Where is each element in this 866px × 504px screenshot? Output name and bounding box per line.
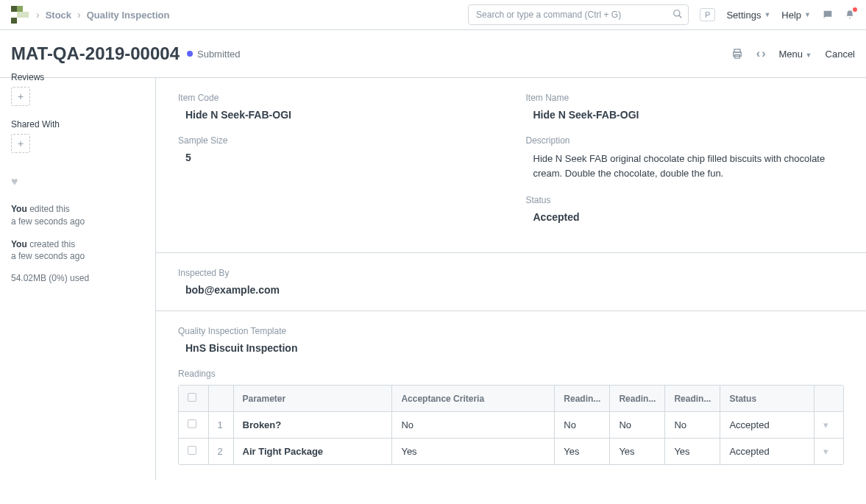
item-name-label: Item Name <box>526 93 845 103</box>
prev-doc-icon[interactable]: ‹ <box>756 47 760 60</box>
col-reading-1: Readin... <box>564 394 600 404</box>
item-code-value: Hide N Seek-FAB-OGI <box>178 109 497 121</box>
search-input[interactable] <box>468 4 689 25</box>
menu-button[interactable]: Menu ▼ <box>778 49 812 60</box>
print-icon[interactable] <box>731 48 743 60</box>
shared-with-label: Shared With <box>11 119 144 129</box>
storage-usage: 54.02MB (0%) used <box>11 273 144 283</box>
cell-status: Accepted <box>720 412 814 439</box>
status-indicator-dot <box>187 51 193 57</box>
activity-entry: You created this a few seconds ago <box>11 238 144 263</box>
breadcrumb: › Stock › Quality Inspection <box>36 9 169 21</box>
template-value: HnS Biscuit Inspection <box>178 342 844 354</box>
col-reading-3: Readin... <box>674 394 711 404</box>
sample-size-label: Sample Size <box>178 135 497 146</box>
readings-label: Readings <box>178 369 844 379</box>
table-row[interactable]: 1Broken?NoNoNoNoAccepted▾ <box>179 412 843 439</box>
chat-icon[interactable] <box>822 9 834 21</box>
row-index: 1 <box>208 412 233 439</box>
readings-table: Parameter Acceptance Criteria Readin... … <box>179 386 843 464</box>
inspected-by-value: bob@example.com <box>178 284 844 296</box>
cell-reading: No <box>665 412 720 439</box>
page-title: MAT-QA-2019-00004 <box>11 43 180 64</box>
cell-reading: No <box>555 412 610 439</box>
row-index: 2 <box>208 439 233 465</box>
select-all-checkbox[interactable] <box>188 393 196 402</box>
caret-down-icon: ▼ <box>764 11 770 18</box>
activity-entry: You edited this a few seconds ago <box>11 203 144 228</box>
notifications-icon[interactable] <box>845 9 855 21</box>
cell-reading: Yes <box>665 439 720 465</box>
cancel-button[interactable]: Cancel <box>826 49 855 60</box>
doc-nav: ‹ › <box>756 47 766 60</box>
row-menu-icon[interactable]: ▾ <box>814 412 843 439</box>
reviews-label: Reviews <box>11 72 144 82</box>
status-field-label: Status <box>526 195 845 205</box>
col-criteria: Acceptance Criteria <box>392 386 555 412</box>
chevron-right-icon: › <box>77 9 81 21</box>
cell-parameter: Air Tight Package <box>233 439 392 465</box>
cell-parameter: Broken? <box>233 412 392 439</box>
breadcrumb-module[interactable]: Stock <box>46 10 71 21</box>
svg-point-0 <box>674 10 680 16</box>
svg-line-1 <box>679 15 682 18</box>
app-logo[interactable] <box>11 6 29 24</box>
col-status: Status <box>720 386 814 412</box>
col-reading-2: Readin... <box>619 394 656 404</box>
template-label: Quality Inspection Template <box>178 326 844 336</box>
table-row[interactable]: 2Air Tight PackageYesYesYesYesAccepted▾ <box>179 439 843 465</box>
description-value: Hide N Seek FAB original chocolate chip … <box>526 152 845 180</box>
notification-dot <box>853 7 857 12</box>
cell-reading: No <box>610 412 665 439</box>
keyboard-shortcut-badge[interactable]: P <box>700 8 715 21</box>
col-parameter: Parameter <box>233 386 392 412</box>
chevron-right-icon: › <box>36 9 40 21</box>
status-badge: Submitted <box>187 49 241 60</box>
settings-menu[interactable]: Settings▼ <box>726 10 770 21</box>
help-menu[interactable]: Help▼ <box>781 10 811 21</box>
cell-reading: Yes <box>555 439 610 465</box>
sample-size-value: 5 <box>178 152 497 163</box>
inspected-by-label: Inspected By <box>178 268 844 278</box>
item-code-label: Item Code <box>178 93 497 103</box>
status-label: Submitted <box>197 49 241 60</box>
row-checkbox[interactable] <box>188 446 196 455</box>
breadcrumb-doctype[interactable]: Quality Inspection <box>87 10 170 21</box>
caret-down-icon: ▼ <box>804 11 811 18</box>
cell-criteria: No <box>392 412 555 439</box>
cell-criteria: Yes <box>392 439 555 465</box>
row-menu-icon[interactable]: ▾ <box>814 439 843 465</box>
add-review-button[interactable]: + <box>11 87 30 106</box>
row-checkbox[interactable] <box>188 419 196 428</box>
caret-down-icon: ▼ <box>806 52 812 59</box>
cell-status: Accepted <box>720 439 814 465</box>
add-share-button[interactable]: + <box>11 134 30 153</box>
search-icon <box>672 9 683 19</box>
like-icon[interactable]: ♥ <box>11 175 144 188</box>
item-name-value: Hide N Seek-FAB-OGI <box>526 109 845 121</box>
description-label: Description <box>526 135 845 146</box>
status-field-value: Accepted <box>526 211 845 223</box>
cell-reading: Yes <box>610 439 665 465</box>
next-doc-icon[interactable]: › <box>762 47 765 60</box>
